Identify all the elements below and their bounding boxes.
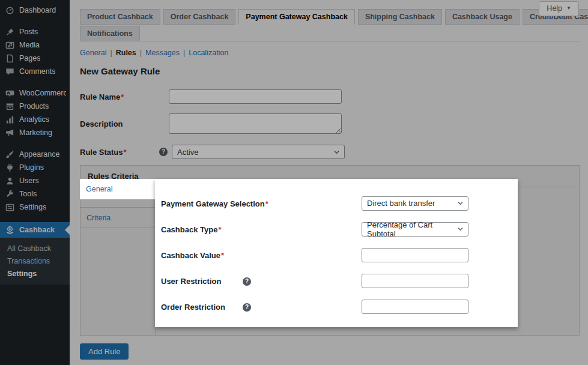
user-restriction-input[interactable] — [362, 274, 468, 288]
field-row-user-restriction: User Restriction? — [155, 268, 518, 294]
field-row-payment-gateway-selection: Payment Gateway Selection*Direct bank tr… — [155, 190, 518, 216]
field-row-cashback-type: Cashback Type*Percentage of Cart Subtota… — [155, 216, 518, 242]
cashback-value-input[interactable] — [362, 248, 468, 262]
user-restriction-label: User Restriction — [161, 276, 221, 285]
payment-gateway-selection-label: Payment Gateway Selection* — [161, 199, 268, 208]
cashback-type-select[interactable]: Percentage of Cart Subtotal — [362, 222, 468, 237]
field-row-order-restriction: Order Restriction? — [155, 294, 518, 319]
gateway-rule-form-panel: Payment Gateway Selection*Direct bank tr… — [155, 179, 518, 327]
tab-general[interactable]: General — [80, 179, 156, 199]
cashback-type-label: Cashback Type* — [161, 225, 221, 234]
admin-screen: DashboardPostsMediaPagesCommentsWooComme… — [0, 0, 588, 365]
field-row-cashback-value: Cashback Value* — [155, 242, 518, 268]
order-restriction-label: Order Restriction — [161, 302, 225, 311]
order-restriction-input[interactable] — [362, 300, 468, 314]
payment-gateway-selection-value: Direct bank transfer — [367, 199, 435, 208]
chevron-down-icon — [457, 226, 464, 232]
payment-gateway-selection-select[interactable]: Direct bank transfer — [362, 196, 468, 211]
cashback-value-label: Cashback Value* — [161, 250, 224, 259]
help-icon[interactable]: ? — [243, 303, 251, 312]
cashback-type-value: Percentage of Cart Subtotal — [367, 220, 457, 238]
help-icon[interactable]: ? — [243, 277, 251, 286]
chevron-down-icon — [457, 200, 464, 207]
